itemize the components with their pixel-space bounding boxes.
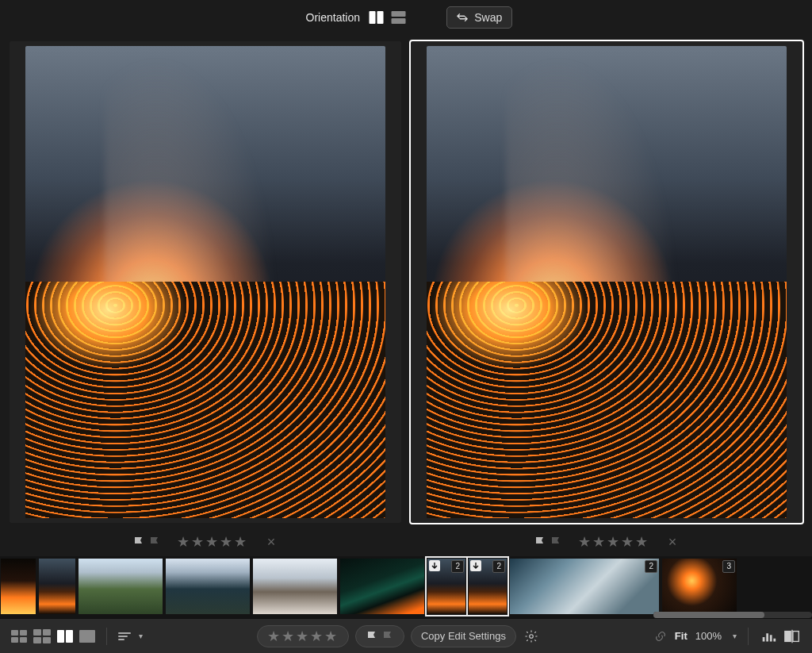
orientation-horizontal-button[interactable] — [392, 11, 406, 24]
orientation-group: Orientation — [306, 11, 406, 24]
orientation-label: Orientation — [306, 11, 360, 24]
filmstrip-thumb[interactable] — [38, 558, 76, 615]
flag-filter-pill[interactable] — [355, 625, 404, 647]
filmstrip-thumb[interactable]: 2 — [509, 558, 660, 615]
compare-right-meta: ★★★★★ × — [411, 528, 802, 556]
thumb-image — [253, 559, 337, 614]
volcano-photo-right — [427, 46, 787, 518]
view-grid-small-button[interactable] — [11, 630, 27, 643]
view-single-button[interactable] — [79, 630, 95, 643]
thumb-image — [79, 559, 163, 614]
toolbar-separator — [106, 628, 107, 645]
filmstrip[interactable]: 2223 — [0, 556, 812, 618]
filmstrip-thumb[interactable]: 3 — [661, 558, 737, 615]
view-grid-large-button[interactable] — [33, 629, 51, 643]
swap-button[interactable]: Swap — [446, 6, 512, 29]
compare-right-column: ★★★★★ × — [411, 41, 802, 556]
filmstrip-thumb[interactable] — [165, 558, 251, 615]
chevron-down-icon[interactable]: ▾ — [733, 632, 737, 640]
svg-point-0 — [530, 634, 534, 638]
compare-left-image[interactable] — [10, 41, 401, 523]
sort-icon — [118, 632, 131, 640]
histogram-icon[interactable] — [760, 629, 777, 643]
compare-left-meta: ★★★★★ × — [10, 528, 401, 556]
orientation-vertical-button[interactable] — [370, 11, 384, 24]
filmstrip-thumb[interactable] — [252, 558, 338, 615]
thumb-image — [1, 559, 36, 614]
zoom-fit-label[interactable]: Fit — [675, 630, 688, 642]
thumb-stack-badge: 2 — [451, 560, 464, 573]
sort-button[interactable]: ▾ — [118, 632, 143, 640]
flag-pick-icon — [366, 630, 378, 643]
compare-topbar: Orientation Swap — [0, 0, 812, 35]
orientation-buttons — [370, 11, 406, 24]
compare-left-column: ★★★★★ × — [10, 41, 401, 556]
download-icon — [470, 560, 481, 571]
flag-buttons-right — [534, 536, 562, 548]
thumb-stack-badge: 3 — [722, 560, 735, 573]
copy-edit-settings-button[interactable]: Copy Edit Settings — [411, 625, 516, 647]
toolbar-separator — [748, 628, 749, 645]
thumb-stack-badge: 2 — [645, 560, 657, 573]
volcano-photo-left — [25, 46, 385, 518]
star-filter-stars: ★★★★★ — [267, 628, 339, 645]
star-rating-left[interactable]: ★★★★★ — [177, 533, 248, 551]
bottom-toolbar: ▾ ★★★★★ Copy Edit Settings Fit 100% ▾ — [0, 618, 812, 653]
zoom-value[interactable]: 100% — [695, 630, 722, 642]
thumb-image — [510, 559, 659, 614]
svg-rect-1 — [785, 631, 791, 641]
flag-buttons-left — [132, 536, 161, 548]
filmstrip-thumb[interactable]: 2 — [427, 558, 466, 615]
filmstrip-thumb[interactable] — [78, 558, 163, 615]
flag-pick-icon[interactable] — [132, 536, 145, 548]
flag-reject-icon[interactable] — [550, 536, 562, 548]
gear-icon[interactable] — [523, 629, 540, 643]
swap-label: Swap — [474, 11, 502, 24]
svg-rect-2 — [793, 631, 799, 641]
compare-panel-icon[interactable] — [783, 629, 801, 643]
thumb-stack-badge: 2 — [492, 560, 505, 573]
filmstrip-thumb[interactable]: 2 — [468, 558, 508, 615]
flag-reject-icon — [381, 630, 394, 643]
thumb-image — [340, 559, 424, 614]
clear-rating-right[interactable]: × — [665, 534, 680, 551]
swap-icon — [457, 13, 468, 22]
flag-pick-icon[interactable] — [534, 536, 546, 548]
compare-area: ★★★★★ × ★★★★★ × — [0, 35, 812, 556]
view-compare-button[interactable] — [57, 630, 73, 643]
download-icon — [429, 560, 440, 571]
link-zoom-icon[interactable] — [654, 630, 667, 643]
clear-rating-left[interactable]: × — [264, 534, 279, 551]
star-rating-right[interactable]: ★★★★★ — [578, 533, 649, 551]
filmstrip-thumb[interactable] — [0, 558, 36, 615]
copy-edit-settings-label: Copy Edit Settings — [421, 630, 506, 642]
thumb-image — [39, 559, 75, 614]
thumb-image — [166, 559, 250, 614]
star-filter-pill[interactable]: ★★★★★ — [257, 625, 349, 647]
zoom-group: Fit 100% ▾ — [654, 630, 737, 643]
filmstrip-scrollbar[interactable] — [653, 612, 812, 618]
compare-right-image[interactable] — [411, 41, 802, 523]
chevron-down-icon: ▾ — [139, 632, 143, 640]
filmstrip-thumb[interactable] — [339, 558, 425, 615]
flag-reject-icon[interactable] — [148, 536, 161, 548]
